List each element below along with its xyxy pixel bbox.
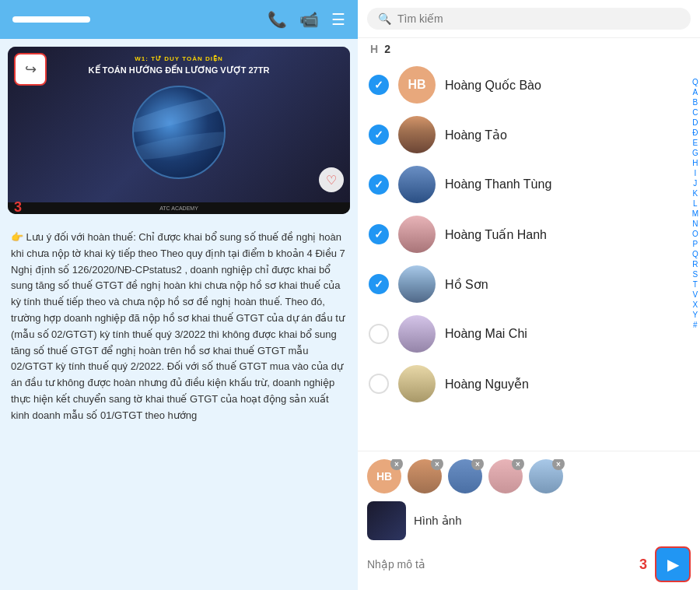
checkbox-hoang-quoc-bao[interactable] xyxy=(369,75,389,95)
message-text: 👉 Lưu ý đối với hoàn thuế: Chỉ được khai… xyxy=(8,223,350,430)
checkbox-hoang-mai-chi[interactable] xyxy=(369,324,389,344)
selected-avatars: HB × × × × × xyxy=(367,459,691,493)
caption-input[interactable] xyxy=(367,558,639,571)
section-header: H 2 xyxy=(358,38,700,60)
section-count: 2 xyxy=(384,43,390,55)
remove-htt-button[interactable]: × xyxy=(471,459,484,470)
phone-icon[interactable]: 📞 xyxy=(268,10,287,29)
search-input[interactable] xyxy=(397,12,680,25)
image-thumbnail xyxy=(367,501,406,540)
checkbox-hoang-tao[interactable] xyxy=(369,125,389,145)
remove-hth-button[interactable]: × xyxy=(512,459,524,470)
contact-name-ho-son: Hồ Sơn xyxy=(445,277,488,292)
card-footer: ATC ACADEMY xyxy=(8,202,350,214)
alpha-b[interactable]: B xyxy=(692,98,698,107)
contact-item-ho-son[interactable]: Hồ Sơn xyxy=(358,259,700,309)
checkbox-hoang-nguyen[interactable] xyxy=(369,374,389,394)
caption-row: 3 ▶ xyxy=(367,546,691,582)
share-icon: ↪ xyxy=(25,61,37,78)
label-3: 3 xyxy=(639,557,647,573)
video-icon[interactable]: 📹 xyxy=(299,10,319,29)
left-content: ↪ 3 W1: TƯ DUY TOÀN DIỆN KẾ TOÁN HƯỚNG Đ… xyxy=(0,39,358,590)
contact-name-hoang-quoc-bao: Hoàng Quốc Bào xyxy=(445,78,541,93)
send-icon: ▶ xyxy=(667,555,679,574)
alpha-m[interactable]: M xyxy=(692,209,698,219)
alpha-v[interactable]: V xyxy=(692,290,698,300)
alpha-o[interactable]: O xyxy=(692,230,698,239)
image-card-inner: W1: TƯ DUY TOÀN DIỆN KẾ TOÁN HƯỚNG ĐẾN L… xyxy=(8,47,350,202)
contact-item-hoang-mai-chi[interactable]: Hoàng Mai Chi xyxy=(358,309,700,359)
alpha-t[interactable]: T xyxy=(693,280,698,290)
left-header: 📞 📹 ☰ xyxy=(0,0,358,39)
section-letter: H xyxy=(370,43,378,55)
send-button[interactable]: ▶ xyxy=(655,546,691,582)
heart-button[interactable]: ♡ xyxy=(319,167,344,192)
send-section: 3 ▶ xyxy=(639,546,691,582)
alpha-k[interactable]: K xyxy=(692,189,698,198)
selected-avatar-hs: × xyxy=(529,459,563,493)
remove-ht-button[interactable]: × xyxy=(431,459,443,470)
alpha-y[interactable]: Y xyxy=(692,311,698,320)
checkbox-ho-son[interactable] xyxy=(369,274,389,294)
image-subtitle: W1: TƯ DUY TOÀN DIỆN xyxy=(23,54,334,63)
contact-item-hoang-tao[interactable]: Hoàng Tảo xyxy=(358,110,700,160)
search-icon: 🔍 xyxy=(378,12,391,25)
alpha-l[interactable]: L xyxy=(693,199,698,209)
avatar-hoang-tuan-hanh xyxy=(398,216,436,253)
contact-name-hoang-tuan-hanh: Hoàng Tuấn Hanh xyxy=(445,227,547,242)
globe-graphic xyxy=(132,86,226,179)
image-card-container: ↪ 3 W1: TƯ DUY TOÀN DIỆN KẾ TOÁN HƯỚNG Đ… xyxy=(8,47,350,214)
alpha-q[interactable]: Q xyxy=(692,78,698,87)
contact-name-hoang-mai-chi: Hoàng Mai Chi xyxy=(445,327,527,341)
selected-avatar-ht: × xyxy=(408,459,442,493)
remove-hs-button[interactable]: × xyxy=(552,459,565,470)
contact-name-hoang-nguyen: Hoàng Nguyễn xyxy=(445,377,529,392)
contact-item-hoang-quoc-bao[interactable]: HB Hoàng Quốc Bào xyxy=(358,60,700,110)
selected-avatar-hth: × xyxy=(488,459,523,493)
alpha-g[interactable]: G xyxy=(692,149,698,158)
contact-item-hoang-thanh-tung[interactable]: Hoàng Thanh Tùng xyxy=(358,160,700,209)
alpha-j[interactable]: J xyxy=(693,179,697,188)
image-title: KẾ TOÁN HƯỚNG ĐẾN LƯƠNG VƯỢT 27TR xyxy=(23,65,334,76)
bottom-section: HB × × × × × Hình ảnh xyxy=(358,451,700,590)
menu-icon[interactable]: ☰ xyxy=(331,10,345,29)
alpha-x[interactable]: X xyxy=(692,300,698,310)
label-1: 3 xyxy=(14,199,22,216)
image-label: Hình ảnh xyxy=(414,514,462,528)
chat-title xyxy=(12,16,90,23)
selected-avatar-hb: HB × xyxy=(367,459,401,493)
avatar-ho-son xyxy=(398,265,436,303)
contact-item-hoang-nguyen[interactable]: Hoàng Nguyễn xyxy=(358,359,700,409)
alpha-i[interactable]: I xyxy=(694,169,696,178)
alpha-p[interactable]: P xyxy=(692,240,698,249)
alpha-r[interactable]: R xyxy=(692,260,698,269)
alpha-e[interactable]: E xyxy=(692,139,698,148)
checkbox-hoang-tuan-hanh[interactable] xyxy=(369,224,389,244)
share-button[interactable]: ↪ xyxy=(14,53,47,86)
alpha-a[interactable]: A xyxy=(692,88,698,97)
alpha-c[interactable]: C xyxy=(692,108,698,118)
alpha-hash[interactable]: # xyxy=(693,321,698,330)
alpha-d[interactable]: D xyxy=(692,118,698,128)
avatar-hoang-mai-chi xyxy=(398,315,436,353)
image-card: W1: TƯ DUY TOÀN DIỆN KẾ TOÁN HƯỚNG ĐẾN L… xyxy=(8,47,350,214)
contact-item-hoang-tuan-hanh[interactable]: Hoàng Tuấn Hanh xyxy=(358,209,700,259)
image-share-row: Hình ảnh xyxy=(367,501,691,540)
card-footer-text1: ATC ACADEMY xyxy=(159,205,198,211)
alpha-n[interactable]: N xyxy=(692,219,698,229)
search-bar: 🔍 xyxy=(358,0,700,38)
avatar-hoang-tao xyxy=(398,116,436,153)
right-panel: 🔍 H 2 HB Hoàng Quốc Bào Hoàng Tảo Hoàng … xyxy=(358,0,700,590)
contact-name-hoang-thanh-tung: Hoàng Thanh Tùng xyxy=(445,177,551,191)
alpha-s[interactable]: S xyxy=(692,270,698,279)
image-overlay-text: W1: TƯ DUY TOÀN DIỆN KẾ TOÁN HƯỚNG ĐẾN L… xyxy=(8,54,350,79)
header-icons: 📞 📹 ☰ xyxy=(268,10,345,29)
avatar-hoang-quoc-bao: HB xyxy=(398,66,436,104)
search-input-wrap: 🔍 xyxy=(367,8,691,30)
alpha-h[interactable]: H xyxy=(692,159,698,168)
checkbox-hoang-thanh-tung[interactable] xyxy=(369,174,389,195)
remove-hb-button[interactable]: × xyxy=(390,459,403,470)
alpha-q2[interactable]: Q xyxy=(692,250,698,259)
alpha-dd[interactable]: Đ xyxy=(692,128,698,138)
avatar-hoang-nguyen xyxy=(398,365,436,402)
